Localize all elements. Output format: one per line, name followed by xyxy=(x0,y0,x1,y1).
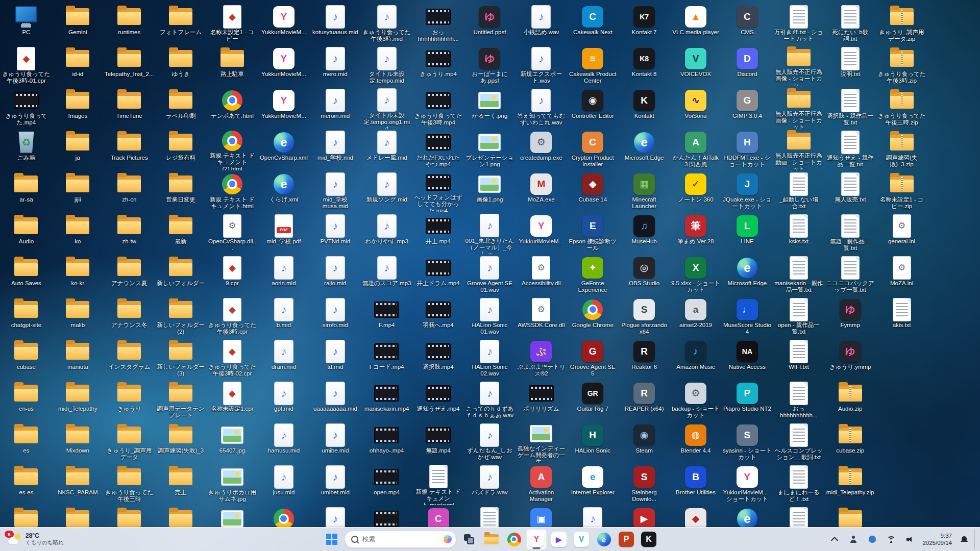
desktop-icon[interactable] xyxy=(155,505,207,528)
desktop-icon[interactable]: ✓ノートン 360 xyxy=(670,170,722,212)
desktop-icon[interactable]: manisekarin.mp4 xyxy=(361,380,412,421)
desktop-icon[interactable]: ⚙general.ini xyxy=(876,212,927,254)
desktop-icon[interactable] xyxy=(361,505,412,528)
desktop-icon[interactable]: ♪PVTNd.mid xyxy=(309,212,361,254)
desktop-icon[interactable]: open - 親作品一覧.txt xyxy=(773,296,824,338)
desktop-icon[interactable]: RREAPER (x64) xyxy=(619,380,670,421)
desktop-icon[interactable]: ♪新規ソング.mid xyxy=(361,170,412,212)
desktop-icon[interactable]: aairset2-2019 xyxy=(670,296,722,338)
desktop-icon[interactable]: ◆きゅうり食ってた午後3時.cpr xyxy=(207,296,258,338)
desktop-icon[interactable]: HHALion Sonic xyxy=(567,421,619,463)
desktop-icon[interactable]: 通知うぜえ - 親作品一覧.txt xyxy=(824,129,876,170)
desktop-icon[interactable]: es-es xyxy=(1,463,52,505)
desktop-icon[interactable] xyxy=(52,505,104,528)
desktop-icon[interactable]: きゅうり食ってた午後3時.zip xyxy=(876,45,927,87)
desktop-icon[interactable]: GGroove Agent SE 5 xyxy=(567,338,619,380)
desktop-icon[interactable]: ≡Cakewalk Product Center xyxy=(567,45,619,87)
desktop-icon[interactable]: 営業日変更 xyxy=(155,170,207,212)
desktop-icon[interactable]: アナウンス夏 xyxy=(104,254,155,296)
desktop-icon[interactable]: 井上.mp4 xyxy=(412,212,464,254)
show-desktop-button[interactable] xyxy=(974,529,977,549)
desktop-icon[interactable]: 調声練習(失敗)_3 xyxy=(155,421,207,463)
tray-user-app-button[interactable] xyxy=(845,531,862,548)
desktop-icon[interactable]: 万引きﾒﾓ.txt - ショートカット xyxy=(773,3,824,45)
desktop-icon[interactable]: ♪こってのｈｄずあｆｄｓｂぁあ.wav xyxy=(464,380,516,421)
desktop-icon[interactable]: 無題.mp4 xyxy=(412,421,464,463)
desktop-icon[interactable]: きゅうり食ってた午後三時 xyxy=(104,463,155,505)
desktop-icon[interactable]: まにまにわーるど！.txt xyxy=(773,463,824,505)
desktop-icon[interactable]: ヘッドフォンはずしてても分かった.mp4 xyxy=(412,170,464,212)
desktop-icon[interactable]: CCakewalk Next xyxy=(567,3,619,45)
desktop-icon[interactable]: きゅうり食ってた午後三時.zip xyxy=(876,87,927,129)
desktop-icon[interactable]: ◆Cubase 14 xyxy=(567,170,619,212)
desktop-icon[interactable]: midi_Telepathy.zip xyxy=(824,463,876,505)
desktop-icon[interactable]: ポリリリズム xyxy=(516,380,567,421)
desktop-icon[interactable]: TimeTune xyxy=(104,87,155,129)
desktop-icon[interactable]: zh-tw xyxy=(104,212,155,254)
desktop-icon[interactable]: フォトフレーム xyxy=(155,3,207,45)
desktop-icon[interactable]: 説明.txt xyxy=(824,45,876,87)
desktop-icon[interactable]: open.mp4 xyxy=(361,463,412,505)
desktop-icon[interactable]: ♪ xyxy=(309,505,361,528)
desktop-icon[interactable]: ◆名称未設定1 - コピー xyxy=(207,3,258,45)
desktop-icon[interactable]: ゆうき xyxy=(155,45,207,87)
desktop-icon[interactable]: Auto Saves xyxy=(1,254,52,296)
desktop-icon[interactable] xyxy=(464,505,516,528)
desktop-icon[interactable]: ♪わかりやす.mp3 xyxy=(361,212,412,254)
desktop-icon[interactable]: 無人販売不正行為 画像 - ショートカッ... xyxy=(773,45,824,87)
desktop-icon[interactable]: chatgpt-site xyxy=(1,296,52,338)
desktop-icon[interactable]: ♪kotusytuaaus.mid xyxy=(309,3,361,45)
desktop-icon[interactable]: X9.5.xlsx - ショートカット xyxy=(670,254,722,296)
desktop-icon[interactable]: きゅうり.mp4 xyxy=(412,45,464,87)
desktop-icon[interactable]: ◉Steam xyxy=(619,421,670,463)
desktop-icon[interactable]: manisekarin - 親作品一覧.txt xyxy=(773,254,824,296)
desktop-icon[interactable]: Aかんたん！AITalk 3 関西風 xyxy=(670,129,722,170)
desktop-icon[interactable]: NANative Access xyxy=(721,338,773,380)
desktop-icon[interactable]: ♪HALion Sonic 01.wav xyxy=(464,296,516,338)
desktop-icon[interactable]: 新規 テキスト ドキュメント (2).html xyxy=(207,129,258,170)
desktop-icon[interactable]: ♪hamusu.mid xyxy=(258,421,309,463)
desktop-icon[interactable]: ♪答え知っててもむずいわこれ.wav xyxy=(516,87,567,129)
desktop-icon[interactable]: Track Pictures xyxy=(104,129,155,170)
desktop-icon[interactable]: Google Chrome xyxy=(567,296,619,338)
desktop-icon[interactable]: ⚙createdump.exe xyxy=(516,129,567,170)
desktop-icon[interactable]: ⚙Accessibility.dll xyxy=(516,254,567,296)
desktop-icon[interactable]: malib xyxy=(52,296,104,338)
desktop-icon[interactable]: ♪mid_学校.mid xyxy=(309,129,361,170)
desktop-icon[interactable]: ぷぷよぷよ™テトリス®2 xyxy=(516,338,567,380)
taskbar-app-yukkuri-movie-maker[interactable]: Y xyxy=(526,529,547,549)
desktop-icon[interactable]: ko xyxy=(52,212,104,254)
desktop-icon[interactable]: ♫MuseHub xyxy=(619,212,670,254)
desktop-icon[interactable]: RReaktor 6 xyxy=(619,338,670,380)
desktop-icon[interactable]: e xyxy=(721,505,773,528)
desktop-icon[interactable]: AActivation Manager xyxy=(516,463,567,505)
taskbar-app-google-chrome[interactable] xyxy=(504,529,524,549)
desktop-icon[interactable]: DDiscord xyxy=(721,45,773,87)
desktop-icon[interactable]: ⚙backup - ショートカット xyxy=(670,380,722,421)
desktop-icon[interactable]: YYukkuriMovieM... xyxy=(258,3,309,45)
desktop-icon[interactable]: ksks.txt xyxy=(773,212,824,254)
taskbar-app-kontakt[interactable]: K xyxy=(639,529,659,549)
desktop-icon[interactable]: ♪rajio.mid xyxy=(309,254,361,296)
desktop-icon[interactable]: SSteinberg Downlo... xyxy=(619,463,670,505)
desktop-icon[interactable]: NKSC_PARAM xyxy=(52,463,104,505)
desktop-icon[interactable]: おっhhhhhhhhhhh... xyxy=(412,3,464,45)
desktop-icon[interactable]: ◆9.cpr xyxy=(207,254,258,296)
desktop-icon[interactable]: ♻ごみ箱 xyxy=(1,129,52,170)
desktop-icon[interactable]: jijii xyxy=(52,170,104,212)
desktop-icon[interactable]: かるーく.png xyxy=(464,87,516,129)
desktop-icon[interactable]: CCrypton Product Installer xyxy=(567,129,619,170)
desktop-icon[interactable]: Images xyxy=(52,87,104,129)
desktop-icon[interactable]: ✦GeForce Experience xyxy=(567,254,619,296)
desktop-icon[interactable]: cubase.zip xyxy=(824,421,876,463)
desktop-icon[interactable]: ja xyxy=(52,129,104,170)
taskbar-app-powerpoint[interactable]: P xyxy=(616,529,636,549)
desktop-icon[interactable]: だれだFXいれたやつ.mp4 xyxy=(412,129,464,170)
desktop-icon[interactable] xyxy=(104,505,155,528)
desktop-icon[interactable]: LLINE xyxy=(721,212,773,254)
desktop-icon[interactable]: eMicrosoft Edge xyxy=(721,254,773,296)
desktop-icon[interactable]: en-us xyxy=(1,380,52,421)
desktop-icon[interactable]: CCMS xyxy=(721,3,773,45)
desktop-icon[interactable]: F.mp4 xyxy=(361,296,412,338)
taskbar-app-media-player[interactable]: ▶ xyxy=(549,529,569,549)
